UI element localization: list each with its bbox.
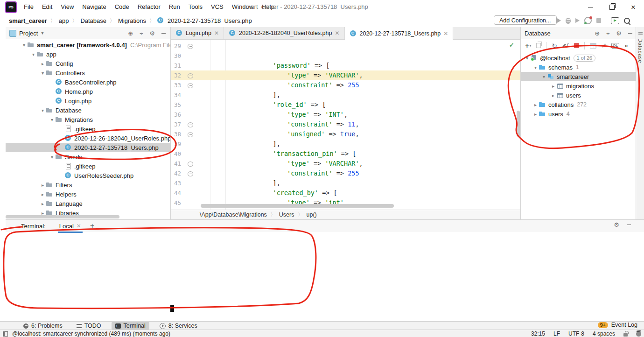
chevron-icon[interactable] [21, 42, 27, 48]
add-datasource-icon[interactable]: +▾ [525, 42, 531, 49]
fold-marker-icon[interactable] [188, 83, 193, 88]
code-line[interactable]: 38 'transaction_pin' => [ [171, 129, 520, 139]
toolwindow-todo[interactable]: TODO [73, 322, 105, 330]
tree-row[interactable]: .gitkeep [6, 124, 170, 133]
close-tab-icon[interactable]: ✕ [77, 223, 81, 229]
duplicate-icon[interactable] [536, 43, 541, 48]
toolwindow-toggle-icon[interactable] [3, 331, 8, 337]
code-line[interactable]: 29 'password' => [ [171, 41, 520, 51]
database-panel-title[interactable]: Database [525, 30, 551, 37]
tree-row[interactable]: Language [6, 199, 170, 208]
toolwindow-problems[interactable]: 6: Problems [20, 322, 66, 330]
fold-marker-icon[interactable] [188, 93, 192, 97]
tree-row[interactable]: .gitkeep [6, 161, 170, 171]
fold-marker-icon[interactable] [188, 103, 192, 107]
chevron-icon[interactable] [40, 201, 46, 206]
code-line[interactable]: 44 'constraint' => 11, [171, 188, 520, 198]
chevron-icon[interactable] [40, 70, 46, 76]
run-anything-icon[interactable] [611, 17, 619, 24]
tree-row[interactable]: Filters [6, 180, 170, 190]
chevron-icon[interactable] [40, 192, 46, 197]
project-panel-title[interactable]: Project [19, 30, 38, 37]
edit-icon[interactable] [602, 43, 606, 48]
chevron-icon[interactable] [40, 61, 46, 66]
stop-query-icon[interactable] [574, 43, 579, 48]
editor-tab[interactable]: Login.php ✕ [171, 27, 224, 39]
chevron-icon[interactable] [550, 93, 556, 98]
menu-item[interactable]: File [20, 0, 38, 14]
chevron-icon[interactable] [532, 65, 539, 70]
fold-marker-icon[interactable] [188, 54, 192, 58]
debug-icon[interactable] [566, 18, 571, 24]
menu-item[interactable]: Navigate [78, 0, 110, 14]
fold-marker-icon[interactable] [188, 191, 192, 195]
coverage-icon[interactable] [575, 18, 580, 23]
gear-icon[interactable]: ⚙ [616, 30, 622, 37]
chevron-icon[interactable] [550, 84, 556, 89]
code-line[interactable]: 35 'constraint' => 11, [171, 100, 520, 110]
gear-icon[interactable]: ⚙ [149, 30, 155, 37]
fold-marker-icon[interactable] [188, 161, 193, 167]
editor-horizontal-scrollbar[interactable] [201, 204, 394, 208]
close-button[interactable]: × [623, 0, 644, 14]
tree-row[interactable]: Migrations [6, 115, 170, 124]
chevron-icon[interactable] [40, 183, 46, 188]
gear-icon[interactable]: ⚙ [614, 221, 619, 228]
toolwindow-terminal[interactable]: ›_ Terminal [112, 322, 149, 330]
chevron-icon[interactable] [49, 154, 55, 160]
hide-panel-icon[interactable] [161, 33, 166, 34]
data-source-properties-icon[interactable]: ƒ [562, 42, 569, 49]
menu-item[interactable]: VCS [207, 0, 228, 14]
code-line[interactable]: 31 'constraint' => 255 [171, 61, 520, 70]
code-editor[interactable]: 29 'password' => [ 30 'type' => 'VARCHAR… [171, 40, 520, 210]
add-configuration-button[interactable]: Add Configuration... [494, 15, 557, 25]
code-line[interactable]: 39 'type' => 'VARCHAR', [171, 139, 520, 149]
more-actions-icon[interactable]: » [624, 42, 628, 49]
breadcrumb-item[interactable]: \App\Database\Migrations [200, 211, 267, 218]
tree-row[interactable]: Database [6, 105, 170, 115]
code-line[interactable]: 36 'unsigned' => true, [171, 110, 520, 119]
editor-tab[interactable]: 2020-12-26-182040_UserRoles.php ✕ [224, 27, 345, 39]
chevron-icon[interactable] [524, 56, 530, 61]
tree-row[interactable]: smartcareer [521, 72, 636, 81]
breadcrumb-item[interactable]: Migrations [117, 17, 147, 24]
stop-icon[interactable] [596, 18, 601, 23]
code-line[interactable]: 43 'type' => 'int', [171, 178, 520, 188]
tree-row[interactable]: UserRolesSeeder.php [6, 171, 170, 180]
breadcrumb-item[interactable]: Database [79, 17, 107, 24]
profiler-icon[interactable] [584, 17, 592, 24]
tree-row[interactable]: app [6, 49, 170, 59]
chevron-icon[interactable] [532, 112, 539, 117]
refresh-icon[interactable]: ↻ [552, 42, 557, 49]
breadcrumb-item[interactable]: app [58, 17, 70, 24]
breadcrumb-active-file[interactable]: 2020-12-27-135718_Users.php [167, 17, 253, 24]
close-tab-icon[interactable]: ✕ [335, 30, 339, 36]
fold-marker-icon[interactable] [188, 73, 193, 78]
chevron-icon[interactable] [30, 52, 36, 57]
project-horizontal-scrollbar[interactable] [6, 215, 119, 218]
tree-row[interactable]: Config [6, 59, 170, 68]
menu-item[interactable]: Code [111, 0, 133, 14]
tree-row[interactable]: Seeds [6, 152, 170, 161]
breadcrumb-item[interactable]: Users [279, 211, 294, 218]
search-icon[interactable] [624, 18, 630, 24]
fold-marker-icon[interactable] [188, 181, 192, 185]
tree-row[interactable]: users 4 [521, 109, 636, 119]
readonly-lock-icon[interactable] [623, 333, 628, 337]
chevron-icon[interactable] [541, 74, 547, 79]
new-session-icon[interactable]: + [90, 222, 94, 230]
menu-item[interactable]: View [56, 0, 78, 14]
inspections-profile-icon[interactable] [636, 331, 641, 337]
fold-marker-icon[interactable] [188, 201, 192, 205]
fold-marker-icon[interactable] [188, 152, 192, 156]
tree-row[interactable]: Login.php [6, 96, 170, 105]
code-line[interactable]: 30 'type' => 'VARCHAR', [171, 51, 520, 61]
jump-to-console-icon[interactable]: QL [611, 43, 619, 49]
fold-marker-icon[interactable] [188, 122, 193, 127]
locate-file-icon[interactable]: ⊕ [128, 30, 133, 37]
tree-row[interactable]: @localhost 1 of 26 [521, 53, 636, 63]
menu-item[interactable]: Run [165, 0, 184, 14]
fold-marker-icon[interactable] [188, 63, 192, 68]
file-encoding[interactable]: UTF-8 [568, 330, 584, 337]
menu-item[interactable]: Tools [184, 0, 207, 14]
